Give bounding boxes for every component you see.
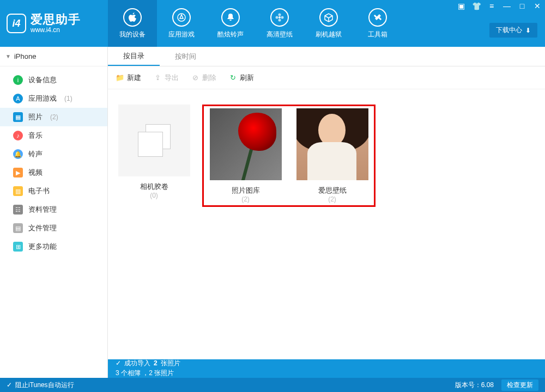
book-icon: ▥ (13, 186, 23, 196)
maximize-button[interactable]: □ (514, 0, 530, 12)
nav-label: 酷炫铃声 (217, 30, 244, 39)
window-controls: ▣ 👕 ≡ — □ ✕ (453, 0, 545, 13)
main-nav: 我的设备 应用游戏 酷炫铃声 高清壁纸 刷机越狱 工具箱 (108, 0, 402, 47)
tab-by-directory[interactable]: 按目录 (108, 47, 160, 66)
tools-icon (368, 8, 387, 27)
check-update-button[interactable]: 检查更新 (501, 379, 538, 391)
export-icon: ⇪ (153, 74, 162, 82)
chevron-down-icon: ▼ (5, 53, 11, 59)
sidebar: ▼ iPhone i设备信息 A应用游戏(1) ▦照片(2) ♪音乐 🔔铃声 ▶… (0, 47, 108, 378)
nav-label: 刷机越狱 (316, 30, 342, 39)
download-center-button[interactable]: 下载中心 ⬇ (489, 23, 537, 38)
status-summary: 3 个相簿 ，2 张照片 (116, 369, 180, 378)
toolbar: 📁新建 ⇪导出 ⊘删除 ↻刷新 (108, 66, 545, 89)
album-grid: 相机胶卷 (0) 照片图库 (2) 爱思壁纸 (2) (108, 89, 545, 222)
footer: ✓ 阻止iTunes自动运行 版本号：6.08 检查更新 (0, 378, 545, 392)
nav-toolbox[interactable]: 工具箱 (353, 0, 402, 47)
itunes-block-toggle[interactable]: ✓ 阻止iTunes自动运行 (7, 381, 74, 390)
check-icon: ✓ (116, 359, 121, 368)
sidebar-item-files[interactable]: ▤文件管理 (0, 219, 107, 237)
nav-label: 工具箱 (368, 30, 387, 39)
sidebar-item-apps[interactable]: A应用游戏(1) (0, 89, 107, 108)
svg-point-5 (281, 16, 284, 19)
menu-icon[interactable]: ≡ (484, 0, 499, 12)
appstore-icon (172, 8, 191, 27)
logo-area: i4 爱思助手 www.i4.cn (0, 0, 108, 47)
album-photo-library[interactable]: 照片图库 (2) (206, 108, 285, 203)
data-icon: ☷ (13, 205, 23, 215)
photo-icon: ▦ (13, 112, 23, 122)
folder-plus-icon: 📁 (116, 74, 124, 82)
device-name: iPhone (14, 52, 36, 60)
box-icon (319, 8, 338, 27)
more-icon: ⊞ (13, 242, 23, 252)
apple-icon (123, 8, 142, 27)
delete-button[interactable]: ⊘删除 (191, 73, 216, 83)
download-icon: ⬇ (525, 27, 531, 34)
sidebar-item-more[interactable]: ⊞更多功能 (0, 237, 107, 256)
view-tabs: 按目录 按时间 (108, 47, 545, 66)
nav-label: 应用游戏 (168, 30, 195, 39)
logo-icon: i4 (7, 14, 26, 33)
album-thumb-empty (118, 105, 190, 176)
app-title: 爱思助手 (31, 13, 81, 26)
nav-label: 我的设备 (119, 30, 146, 39)
album-thumb-girl (296, 108, 368, 180)
delete-icon: ⊘ (191, 74, 199, 82)
svg-point-3 (278, 19, 281, 21)
status-bar: ✓ 成功导入 2 张照片 3 个相簿 ，2 张照片 (108, 359, 545, 378)
skin-icon[interactable]: 👕 (469, 0, 484, 12)
flower-icon (270, 8, 289, 27)
nav-my-device[interactable]: 我的设备 (108, 0, 157, 47)
album-camera-roll[interactable]: 相机胶卷 (0) (114, 105, 193, 207)
export-button[interactable]: ⇪导出 (153, 73, 179, 83)
svg-point-4 (276, 16, 278, 19)
sidebar-item-photos[interactable]: ▦照片(2) (0, 108, 107, 126)
sidebar-item-music[interactable]: ♪音乐 (0, 126, 107, 145)
main-content: 按目录 按时间 📁新建 ⇪导出 ⊘删除 ↻刷新 相机胶卷 (0) 照片图库 (2… (108, 47, 545, 359)
refresh-icon: ↻ (228, 74, 237, 82)
check-icon: ✓ (7, 381, 12, 389)
nav-label: 高清壁纸 (267, 30, 293, 39)
close-button[interactable]: ✕ (530, 0, 545, 12)
header: i4 爱思助手 www.i4.cn 我的设备 应用游戏 酷炫铃声 高清壁纸 刷机… (0, 0, 545, 47)
sidebar-item-data[interactable]: ☷资料管理 (0, 200, 107, 219)
refresh-button[interactable]: ↻刷新 (228, 73, 254, 83)
music-icon: ♪ (13, 131, 23, 140)
info-icon: i (13, 75, 23, 85)
sidebar-item-deviceinfo[interactable]: i设备信息 (0, 71, 107, 89)
video-icon: ▶ (13, 168, 23, 177)
sidebar-item-ringtones[interactable]: 🔔铃声 (0, 145, 107, 163)
svg-point-2 (278, 13, 281, 16)
tab-by-time[interactable]: 按时间 (160, 47, 211, 66)
highlight-box: 照片图库 (2) 爱思壁纸 (2) (202, 105, 376, 207)
nav-jailbreak[interactable]: 刷机越狱 (304, 0, 353, 47)
feedback-icon[interactable]: ▣ (453, 0, 469, 12)
sidebar-item-videos[interactable]: ▶视频 (0, 163, 107, 182)
device-header[interactable]: ▼ iPhone (0, 47, 107, 66)
sidebar-item-ebooks[interactable]: ▥电子书 (0, 182, 107, 200)
svg-point-1 (278, 16, 281, 19)
apps-icon: A (13, 94, 23, 103)
file-icon: ▤ (13, 223, 23, 233)
album-aisi-wallpaper[interactable]: 爱思壁纸 (2) (293, 108, 372, 203)
bell-icon (221, 8, 240, 27)
minimize-button[interactable]: — (499, 0, 514, 12)
version-label: 版本号：6.08 (455, 381, 494, 390)
album-thumb-rose (210, 108, 282, 180)
app-subtitle: www.i4.cn (31, 27, 81, 34)
nav-wallpapers[interactable]: 高清壁纸 (255, 0, 304, 47)
new-button[interactable]: 📁新建 (116, 73, 141, 83)
nav-apps[interactable]: 应用游戏 (157, 0, 206, 47)
bell-icon: 🔔 (13, 149, 23, 159)
nav-ringtones[interactable]: 酷炫铃声 (206, 0, 255, 47)
